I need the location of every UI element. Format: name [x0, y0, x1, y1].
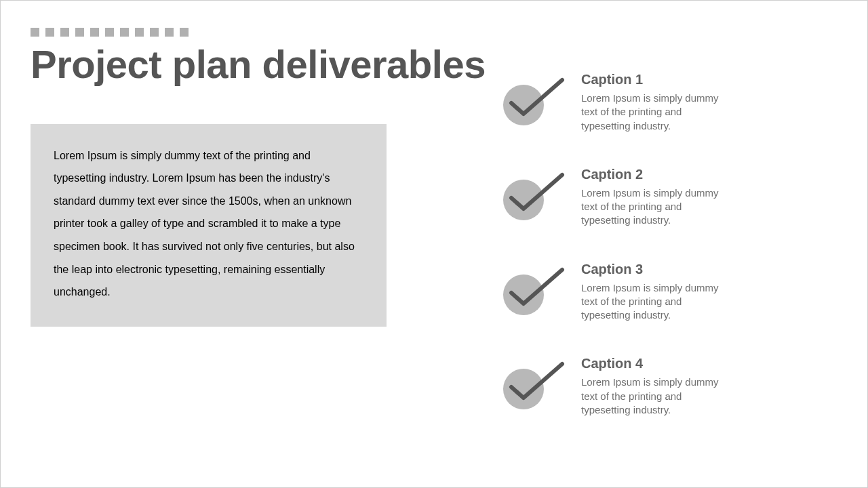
item-body: Lorem Ipsum is simply dummy text of the …	[581, 186, 725, 228]
item-text: Caption 1 Lorem Ipsum is simply dummy te…	[569, 72, 725, 133]
item-text: Caption 4 Lorem Ipsum is simply dummy te…	[569, 356, 725, 417]
item-title: Caption 2	[581, 167, 725, 182]
item-body: Lorem Ipsum is simply dummy text of the …	[581, 281, 725, 323]
checkmark-icon	[494, 72, 569, 129]
list-item: Caption 2 Lorem Ipsum is simply dummy te…	[494, 167, 833, 228]
svg-point-0	[503, 85, 544, 125]
list-item: Caption 3 Lorem Ipsum is simply dummy te…	[494, 262, 833, 323]
svg-point-2	[503, 274, 544, 315]
svg-point-1	[503, 180, 544, 220]
item-title: Caption 3	[581, 262, 725, 277]
item-title: Caption 4	[581, 356, 725, 371]
item-text: Caption 2 Lorem Ipsum is simply dummy te…	[569, 167, 725, 228]
list-item: Caption 4 Lorem Ipsum is simply dummy te…	[494, 356, 833, 417]
checkmark-icon	[494, 356, 569, 413]
svg-point-3	[503, 369, 544, 409]
description-text: Lorem Ipsum is simply dummy text of the …	[54, 144, 363, 304]
checkmark-icon	[494, 262, 569, 319]
list-item: Caption 1 Lorem Ipsum is simply dummy te…	[494, 72, 833, 133]
item-body: Lorem Ipsum is simply dummy text of the …	[581, 92, 725, 133]
item-text: Caption 3 Lorem Ipsum is simply dummy te…	[569, 262, 725, 323]
checkmark-icon	[494, 167, 569, 224]
deliverables-list: Caption 1 Lorem Ipsum is simply dummy te…	[494, 72, 833, 451]
slide: Project plan deliverables Lorem Ipsum is…	[0, 0, 868, 488]
decorative-dots	[31, 28, 837, 37]
item-title: Caption 1	[581, 72, 725, 87]
description-box: Lorem Ipsum is simply dummy text of the …	[31, 124, 387, 327]
item-body: Lorem Ipsum is simply dummy text of the …	[581, 375, 725, 417]
